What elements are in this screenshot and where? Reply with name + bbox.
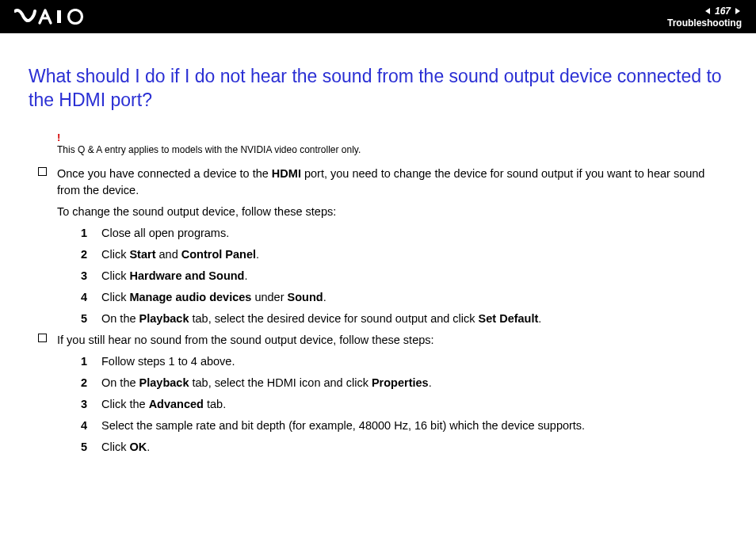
bullet-item: Once you have connected a device to the … <box>57 166 727 327</box>
list-item: 5Click OK. <box>81 439 727 456</box>
list-item: 3Click the Advanced tab. <box>81 396 727 413</box>
step-text: On the Playback tab, select the HDMI ico… <box>101 375 432 391</box>
text-bold: HDMI <box>272 167 301 180</box>
step-text: Follow steps 1 to 4 above. <box>101 353 235 370</box>
step-number: 2 <box>81 375 101 391</box>
step-number: 4 <box>81 289 101 306</box>
step-number: 3 <box>81 268 101 284</box>
page-number: 167 <box>715 6 731 17</box>
page-header: 167 Troubleshooting <box>0 0 756 33</box>
section-label: Troubleshooting <box>667 17 742 29</box>
note-text: This Q & A entry applies to models with … <box>57 144 361 155</box>
step-number: 2 <box>81 246 101 263</box>
list-item: 2On the Playback tab, select the HDMI ic… <box>81 375 727 391</box>
paragraph: To change the sound output device, follo… <box>57 204 727 220</box>
page-title: What should I do if I do not hear the so… <box>29 65 727 113</box>
svg-point-1 <box>69 10 82 24</box>
paragraph: If you still hear no sound from the soun… <box>57 332 727 349</box>
note-block: ! This Q & A entry applies to models wit… <box>57 132 727 156</box>
step-number: 1 <box>81 225 101 242</box>
step-text: Click the Advanced tab. <box>101 396 226 413</box>
step-text: Click Hardware and Sound. <box>101 268 248 284</box>
page-navigation: 167 <box>704 6 742 17</box>
list-item: 4Click Manage audio devices under Sound. <box>81 289 727 306</box>
warning-icon: ! <box>57 132 727 143</box>
content-area: What should I do if I do not hear the so… <box>0 33 756 456</box>
step-number: 4 <box>81 418 101 434</box>
step-number: 5 <box>81 311 101 327</box>
square-bullet-icon <box>38 334 47 342</box>
step-number: 1 <box>81 353 101 370</box>
step-text: Click Manage audio devices under Sound. <box>101 289 326 306</box>
step-list: 1Follow steps 1 to 4 above. 2On the Play… <box>81 353 727 456</box>
prev-page-icon[interactable] <box>704 7 712 15</box>
list-item: 4Select the sample rate and bit depth (f… <box>81 418 727 434</box>
step-text: On the Playback tab, select the desired … <box>101 311 541 327</box>
square-bullet-icon <box>38 167 47 176</box>
step-text: Click OK. <box>101 439 150 456</box>
list-item: 5On the Playback tab, select the desired… <box>81 311 727 327</box>
list-item: 1Close all open programs. <box>81 225 727 242</box>
step-list: 1Close all open programs. 2Click Start a… <box>81 225 727 327</box>
paragraph: Once you have connected a device to the … <box>57 166 727 199</box>
step-text: Close all open programs. <box>101 225 229 242</box>
step-text: Click Start and Control Panel. <box>101 246 259 263</box>
bullet-item: If you still hear no sound from the soun… <box>57 332 727 456</box>
step-text: Select the sample rate and bit depth (fo… <box>101 418 585 434</box>
step-number: 5 <box>81 439 101 456</box>
next-page-icon[interactable] <box>734 7 742 15</box>
text: Once you have connected a device to the <box>57 167 272 180</box>
step-number: 3 <box>81 396 101 413</box>
list-item: 3Click Hardware and Sound. <box>81 268 727 284</box>
list-item: 2Click Start and Control Panel. <box>81 246 727 263</box>
vaio-logo <box>14 9 90 25</box>
header-right: 167 Troubleshooting <box>667 6 742 29</box>
svg-rect-0 <box>57 10 61 23</box>
list-item: 1Follow steps 1 to 4 above. <box>81 353 727 370</box>
